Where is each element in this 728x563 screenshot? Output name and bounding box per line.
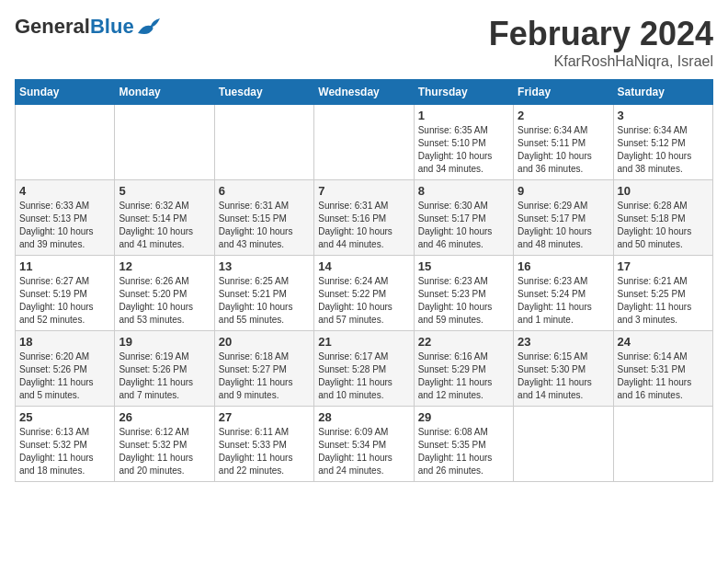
day-number: 9 [518, 184, 609, 198]
calendar-cell: 28Sunrise: 6:09 AM Sunset: 5:34 PM Dayli… [314, 407, 414, 482]
calendar-cell: 1Sunrise: 6:35 AM Sunset: 5:10 PM Daylig… [414, 105, 513, 180]
day-header-wednesday: Wednesday [314, 80, 414, 105]
day-number: 18 [19, 335, 110, 349]
day-info: Sunrise: 6:27 AM Sunset: 5:19 PM Dayligh… [19, 275, 110, 327]
calendar-cell [16, 105, 115, 180]
day-info: Sunrise: 6:11 AM Sunset: 5:33 PM Dayligh… [219, 426, 310, 477]
calendar-cell: 16Sunrise: 6:23 AM Sunset: 5:24 PM Dayli… [514, 256, 613, 331]
day-info: Sunrise: 6:31 AM Sunset: 5:16 PM Dayligh… [318, 200, 409, 251]
day-info: Sunrise: 6:25 AM Sunset: 5:21 PM Dayligh… [219, 275, 310, 327]
day-number: 23 [518, 335, 609, 349]
calendar-cell: 25Sunrise: 6:13 AM Sunset: 5:32 PM Dayli… [16, 407, 115, 482]
day-header-thursday: Thursday [414, 80, 513, 105]
calendar-cell: 14Sunrise: 6:24 AM Sunset: 5:22 PM Dayli… [314, 256, 414, 331]
day-info: Sunrise: 6:29 AM Sunset: 5:17 PM Dayligh… [518, 200, 609, 251]
day-number: 16 [518, 259, 609, 273]
day-info: Sunrise: 6:09 AM Sunset: 5:34 PM Dayligh… [318, 426, 409, 477]
calendar-cell: 20Sunrise: 6:18 AM Sunset: 5:27 PM Dayli… [214, 331, 313, 407]
calendar-cell: 27Sunrise: 6:11 AM Sunset: 5:33 PM Dayli… [214, 407, 313, 482]
day-number: 3 [618, 109, 709, 122]
day-info: Sunrise: 6:08 AM Sunset: 5:35 PM Dayligh… [418, 426, 509, 477]
day-number: 21 [318, 335, 409, 349]
day-header-monday: Monday [115, 80, 214, 105]
calendar-cell: 4Sunrise: 6:33 AM Sunset: 5:13 PM Daylig… [16, 180, 115, 256]
day-number: 28 [318, 410, 409, 424]
day-number: 2 [518, 109, 609, 122]
calendar-table: SundayMondayTuesdayWednesdayThursdayFrid… [15, 79, 713, 482]
calendar-cell: 6Sunrise: 6:31 AM Sunset: 5:15 PM Daylig… [214, 180, 313, 256]
calendar-cell: 22Sunrise: 6:16 AM Sunset: 5:29 PM Dayli… [414, 331, 513, 407]
day-number: 27 [219, 410, 310, 424]
day-info: Sunrise: 6:32 AM Sunset: 5:14 PM Dayligh… [119, 200, 210, 251]
page-header: GeneralBlue February 2024 KfarRoshHaNiqr… [15, 15, 713, 70]
day-info: Sunrise: 6:15 AM Sunset: 5:30 PM Dayligh… [518, 350, 609, 402]
day-info: Sunrise: 6:16 AM Sunset: 5:29 PM Dayligh… [418, 350, 509, 402]
day-header-tuesday: Tuesday [214, 80, 313, 105]
day-number: 19 [119, 335, 210, 349]
day-info: Sunrise: 6:21 AM Sunset: 5:25 PM Dayligh… [618, 275, 709, 327]
day-info: Sunrise: 6:19 AM Sunset: 5:26 PM Dayligh… [119, 350, 210, 402]
day-info: Sunrise: 6:24 AM Sunset: 5:22 PM Dayligh… [318, 275, 409, 327]
day-number: 14 [318, 259, 409, 273]
day-info: Sunrise: 6:23 AM Sunset: 5:24 PM Dayligh… [518, 275, 609, 327]
day-number: 22 [418, 335, 509, 349]
calendar-cell [214, 105, 313, 180]
day-number: 1 [418, 109, 509, 122]
day-info: Sunrise: 6:20 AM Sunset: 5:26 PM Dayligh… [19, 350, 110, 402]
day-number: 5 [119, 184, 210, 198]
calendar-cell: 23Sunrise: 6:15 AM Sunset: 5:30 PM Dayli… [514, 331, 613, 407]
day-info: Sunrise: 6:17 AM Sunset: 5:28 PM Dayligh… [318, 350, 409, 402]
day-number: 20 [219, 335, 310, 349]
calendar-cell: 15Sunrise: 6:23 AM Sunset: 5:23 PM Dayli… [414, 256, 513, 331]
calendar-week-2: 4Sunrise: 6:33 AM Sunset: 5:13 PM Daylig… [16, 180, 713, 256]
day-number: 29 [418, 410, 509, 424]
calendar-cell [514, 407, 613, 482]
day-info: Sunrise: 6:31 AM Sunset: 5:15 PM Dayligh… [219, 200, 310, 251]
day-info: Sunrise: 6:34 AM Sunset: 5:11 PM Dayligh… [518, 124, 609, 176]
calendar-cell: 21Sunrise: 6:17 AM Sunset: 5:28 PM Dayli… [314, 331, 414, 407]
logo: GeneralBlue [15, 15, 162, 39]
page-title: February 2024 [489, 15, 713, 53]
day-number: 8 [418, 184, 509, 198]
calendar-cell [613, 407, 712, 482]
calendar-cell: 17Sunrise: 6:21 AM Sunset: 5:25 PM Dayli… [613, 256, 712, 331]
title-block: February 2024 KfarRoshHaNiqra, Israel [489, 15, 713, 70]
day-info: Sunrise: 6:12 AM Sunset: 5:32 PM Dayligh… [119, 426, 210, 477]
day-number: 6 [219, 184, 310, 198]
day-info: Sunrise: 6:34 AM Sunset: 5:12 PM Dayligh… [618, 124, 709, 176]
calendar-cell: 12Sunrise: 6:26 AM Sunset: 5:20 PM Dayli… [115, 256, 214, 331]
day-header-friday: Friday [514, 80, 613, 105]
logo-bird-icon [136, 17, 162, 37]
calendar-week-4: 18Sunrise: 6:20 AM Sunset: 5:26 PM Dayli… [16, 331, 713, 407]
day-number: 17 [618, 259, 709, 273]
day-header-saturday: Saturday [613, 80, 712, 105]
day-info: Sunrise: 6:28 AM Sunset: 5:18 PM Dayligh… [618, 200, 709, 251]
calendar-week-3: 11Sunrise: 6:27 AM Sunset: 5:19 PM Dayli… [16, 256, 713, 331]
day-info: Sunrise: 6:14 AM Sunset: 5:31 PM Dayligh… [618, 350, 709, 402]
logo-general-text: General [15, 15, 90, 39]
day-number: 7 [318, 184, 409, 198]
calendar-cell: 24Sunrise: 6:14 AM Sunset: 5:31 PM Dayli… [613, 331, 712, 407]
day-number: 24 [618, 335, 709, 349]
calendar-cell: 2Sunrise: 6:34 AM Sunset: 5:11 PM Daylig… [514, 105, 613, 180]
logo-blue-text: Blue [90, 15, 134, 39]
calendar-cell: 11Sunrise: 6:27 AM Sunset: 5:19 PM Dayli… [16, 256, 115, 331]
day-number: 10 [618, 184, 709, 198]
page-location: KfarRoshHaNiqra, Israel [489, 53, 713, 70]
calendar-week-5: 25Sunrise: 6:13 AM Sunset: 5:32 PM Dayli… [16, 407, 713, 482]
day-info: Sunrise: 6:13 AM Sunset: 5:32 PM Dayligh… [19, 426, 110, 477]
day-number: 26 [119, 410, 210, 424]
calendar-cell: 9Sunrise: 6:29 AM Sunset: 5:17 PM Daylig… [514, 180, 613, 256]
calendar-cell: 5Sunrise: 6:32 AM Sunset: 5:14 PM Daylig… [115, 180, 214, 256]
day-info: Sunrise: 6:33 AM Sunset: 5:13 PM Dayligh… [19, 200, 110, 251]
calendar-cell: 19Sunrise: 6:19 AM Sunset: 5:26 PM Dayli… [115, 331, 214, 407]
calendar-header-row: SundayMondayTuesdayWednesdayThursdayFrid… [16, 80, 713, 105]
day-info: Sunrise: 6:23 AM Sunset: 5:23 PM Dayligh… [418, 275, 509, 327]
day-info: Sunrise: 6:30 AM Sunset: 5:17 PM Dayligh… [418, 200, 509, 251]
day-info: Sunrise: 6:26 AM Sunset: 5:20 PM Dayligh… [119, 275, 210, 327]
day-number: 12 [119, 259, 210, 273]
calendar-cell: 26Sunrise: 6:12 AM Sunset: 5:32 PM Dayli… [115, 407, 214, 482]
calendar-cell: 18Sunrise: 6:20 AM Sunset: 5:26 PM Dayli… [16, 331, 115, 407]
calendar-cell: 7Sunrise: 6:31 AM Sunset: 5:16 PM Daylig… [314, 180, 414, 256]
day-info: Sunrise: 6:18 AM Sunset: 5:27 PM Dayligh… [219, 350, 310, 402]
